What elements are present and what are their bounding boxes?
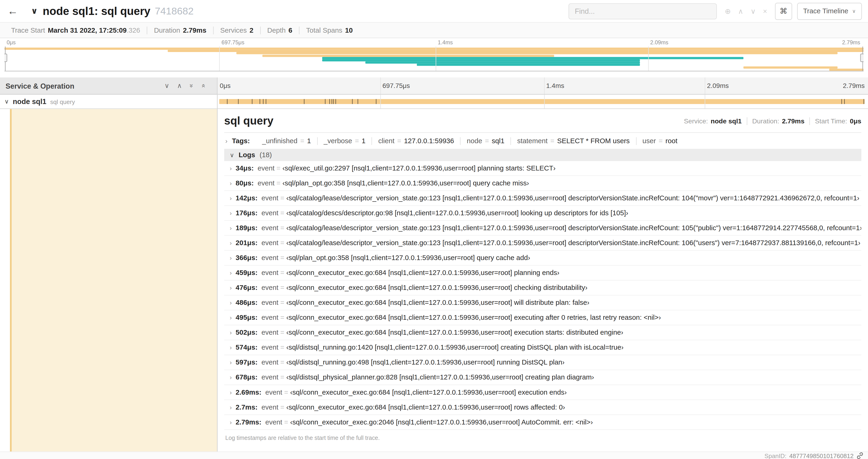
log-key: event <box>261 284 278 292</box>
log-timestamp: 574μs: <box>236 343 257 351</box>
collapse-one-icon[interactable]: ∨ <box>164 82 169 90</box>
log-entry[interactable]: › 2.69ms: event = ‹sql/conn_executor_exe… <box>224 385 862 400</box>
minimap-right-scrubber[interactable] <box>862 46 863 71</box>
next-result-icon[interactable]: ∨ <box>750 7 756 15</box>
grid-line <box>380 95 381 108</box>
log-message: event = ‹sql/exec_util.go:2297 [nsql1,cl… <box>257 164 556 172</box>
log-marker-tick <box>334 99 334 104</box>
minimap-span-bar <box>417 64 640 66</box>
log-entry[interactable]: › 80μs: event = ‹sql/plan_opt.go:358 [ns… <box>224 176 862 191</box>
log-equals: = <box>280 254 284 262</box>
logs-title: Logs <box>239 151 255 159</box>
summary-value-suffix: .326 <box>127 26 140 34</box>
minimap-span-bar <box>829 69 864 71</box>
focus-match-icon[interactable]: ⊕ <box>725 7 731 15</box>
log-entry[interactable]: › 176μs: event = ‹sql/catalog/descs/desc… <box>224 206 862 221</box>
grid-line <box>436 46 436 71</box>
chevron-right-icon: › <box>230 419 232 425</box>
log-entry[interactable]: › 502μs: event = ‹sql/conn_executor_exec… <box>224 325 862 340</box>
tag-key: _verbose <box>323 137 352 145</box>
span-detail-header: sql query Service: node sql1 Duration: 2… <box>224 114 862 127</box>
log-value: ‹sql/plan_opt.go:358 [nsql1,client=127.0… <box>286 254 530 262</box>
log-entry[interactable]: › 476μs: event = ‹sql/conn_executor_exec… <box>224 281 862 296</box>
tag-key: node <box>467 137 482 145</box>
log-timestamp: 2.79ms: <box>236 418 261 426</box>
log-value: ‹sql/exec_util.go:2297 [nsql1,client=127… <box>282 164 555 172</box>
log-entry[interactable]: › 2.7ms: event = ‹sql/conn_executor_exec… <box>224 400 862 415</box>
tag-equals: = <box>300 137 304 145</box>
log-entry[interactable]: › 142μs: event = ‹sql/catalog/lease/desc… <box>224 191 862 206</box>
logs-section: ∨ Logs (18) › 34μs: event = ‹sql/exec_ut… <box>224 149 862 447</box>
logs-header[interactable]: ∨ Logs (18) <box>224 149 862 161</box>
span-bar[interactable] <box>219 99 865 104</box>
tag-equals: = <box>659 137 663 145</box>
log-entry[interactable]: › 34μs: event = ‹sql/exec_util.go:2297 [… <box>224 161 862 176</box>
chevron-right-icon: › <box>225 137 227 145</box>
log-equals: = <box>280 373 284 381</box>
tags-row[interactable]: › Tags: _unfinished = 1 _verbose = <box>224 137 862 145</box>
log-entry[interactable]: › 201μs: event = ‹sql/catalog/lease/desc… <box>224 236 862 251</box>
prev-result-icon[interactable]: ∧ <box>738 7 743 15</box>
log-entry[interactable]: › 597μs: event = ‹sql/distsql_running.go… <box>224 355 862 370</box>
log-equals: = <box>284 388 288 396</box>
log-key: event <box>261 209 278 217</box>
tag-item: _unfinished = 1 <box>256 137 317 145</box>
tag-equals: = <box>355 137 359 145</box>
log-entry[interactable]: › 574μs: event = ‹sql/distsql_running.go… <box>224 340 862 355</box>
clear-find-icon[interactable]: × <box>763 7 767 15</box>
find-input[interactable] <box>569 3 717 19</box>
timeline-ruler: 0μs697.75μs1.4ms2.09ms2.79ms <box>217 77 868 95</box>
minimap-canvas[interactable] <box>4 46 864 71</box>
log-equals: = <box>280 299 284 306</box>
log-timestamp: 486μs: <box>236 299 257 306</box>
summary-label: Duration <box>154 26 180 34</box>
chevron-right-icon: › <box>230 389 232 396</box>
back-button[interactable]: ← <box>0 0 25 22</box>
log-equals: = <box>280 224 284 232</box>
page-header: ← ∨ node sql1: sql query 7418682 ⊕ ∧ ∨ ×… <box>0 0 868 23</box>
trace-collapse-toggle[interactable]: ∨ <box>31 6 38 16</box>
span-row-name-cell[interactable]: ∨ node sql1 sql query <box>0 95 217 108</box>
log-entry[interactable]: › 189μs: event = ‹sql/catalog/lease/desc… <box>224 221 862 236</box>
summary-label: Services <box>220 26 247 34</box>
span-row-track[interactable] <box>217 95 868 108</box>
log-value: ‹sql/catalog/descs/descriptor.go:98 [nsq… <box>286 209 628 217</box>
log-value: ‹sql/catalog/lease/descriptor_version_st… <box>286 239 860 247</box>
chevron-right-icon: › <box>230 225 232 231</box>
expand-one-icon[interactable]: ∧ <box>177 82 182 90</box>
log-entry[interactable]: › 2.79ms: event = ‹sql/conn_executor_exe… <box>224 415 862 430</box>
meta-value: 2.79ms <box>782 117 805 125</box>
trace-summary-bar: Trace Start March 31 2022, 17:25:09.326 … <box>0 23 868 38</box>
trace-view-label: Trace Timeline <box>803 7 848 15</box>
log-timestamp: 142μs: <box>236 194 257 202</box>
detail-footer: SpanID: 4877749850101760812 <box>0 452 868 459</box>
scrubber-handle[interactable] <box>860 54 864 62</box>
log-equals: = <box>280 209 284 217</box>
summary-item: Services 2 <box>213 26 260 34</box>
expand-all-icon[interactable]: » <box>199 84 207 88</box>
log-value: ‹sql/plan_opt.go:358 [nsql1,client=127.0… <box>282 179 529 187</box>
name-column-title: Service & Operation <box>6 81 74 90</box>
trace-view-dropdown[interactable]: Trace Timeline ∨ <box>797 3 862 20</box>
minimap-left-scrubber[interactable] <box>5 46 5 71</box>
collapse-all-icon[interactable]: » <box>188 84 195 88</box>
meta-value: 0μs <box>850 117 861 125</box>
log-entry[interactable]: › 495μs: event = ‹sql/conn_executor_exec… <box>224 310 862 325</box>
log-equals: = <box>284 418 288 426</box>
log-entry[interactable]: › 366μs: event = ‹sql/plan_opt.go:358 [n… <box>224 251 862 266</box>
log-entry[interactable]: › 486μs: event = ‹sql/conn_executor_exec… <box>224 296 862 310</box>
ruler-tick-label: 0μs <box>6 39 16 45</box>
scrubber-handle[interactable] <box>4 54 7 62</box>
span-detail-meta: Service: node sql1 Duration: 2.79ms Star… <box>684 117 861 125</box>
summary-value: 6 <box>288 26 292 34</box>
chevron-right-icon: › <box>230 315 232 321</box>
log-message: event = ‹sql/catalog/lease/descriptor_ve… <box>261 224 861 232</box>
log-entry[interactable]: › 459μs: event = ‹sql/conn_executor_exec… <box>224 266 862 281</box>
log-value: ‹sql/conn_executor_exec.go:684 [nsql1,cl… <box>290 388 566 396</box>
link-icon[interactable] <box>856 452 864 459</box>
log-marker-tick <box>266 99 266 104</box>
log-entry[interactable]: › 678μs: event = ‹sql/distsql_physical_p… <box>224 370 862 385</box>
keyboard-shortcuts-button[interactable]: ⌘ <box>775 3 792 20</box>
span-children-toggle[interactable]: ∨ <box>4 98 9 105</box>
chevron-right-icon: › <box>230 195 232 201</box>
